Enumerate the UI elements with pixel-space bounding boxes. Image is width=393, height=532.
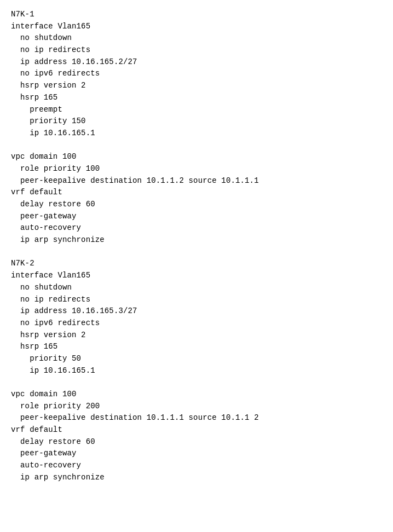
- config-output: N7K-1 interface Vlan165 no shutdown no i…: [11, 9, 382, 484]
